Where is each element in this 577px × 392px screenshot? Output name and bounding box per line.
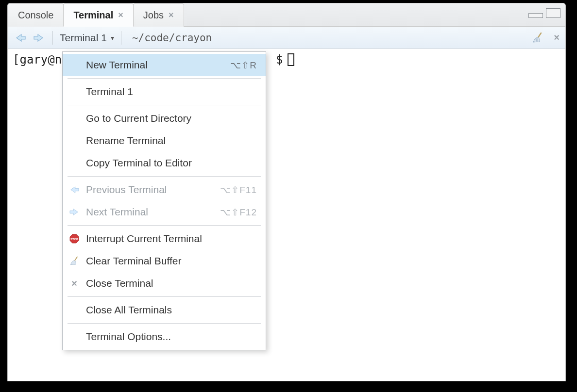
tab-console[interactable]: Console	[8, 3, 64, 27]
menu-label: Previous Terminal	[86, 184, 215, 196]
menu-separator	[68, 176, 261, 177]
menu-go-current-directory[interactable]: Go to Current Directory	[63, 107, 266, 130]
chevron-down-icon: ▾	[111, 34, 114, 42]
separator	[52, 31, 53, 45]
tab-terminal[interactable]: Terminal ×	[63, 3, 133, 27]
arrow-left-icon	[15, 33, 26, 43]
prompt-text: [gary@n	[13, 53, 62, 66]
broom-icon	[68, 256, 81, 266]
menu-previous-terminal: Previous Terminal ⌥⇧F11	[63, 179, 266, 201]
menu-shortcut: ⌥⇧F11	[220, 184, 257, 196]
menu-label: Close All Terminals	[86, 304, 257, 316]
close-icon[interactable]: ×	[118, 10, 123, 20]
menu-terminal-options[interactable]: Terminal Options...	[63, 326, 266, 348]
terminal-selector-label: Terminal 1	[60, 32, 107, 44]
menu-label: Terminal Options...	[86, 331, 257, 343]
prompt-dollar: $	[276, 53, 283, 66]
menu-separator	[68, 296, 261, 297]
terminal-dropdown-menu: New Terminal ⌥⇧R Terminal 1 Go to Curren…	[62, 51, 266, 350]
close-terminal-button[interactable]: ×	[554, 32, 560, 43]
menu-clear-buffer[interactable]: Clear Terminal Buffer	[63, 250, 266, 272]
tab-terminal-label: Terminal	[73, 10, 113, 21]
menu-shortcut: ⌥⇧F12	[220, 207, 257, 218]
window-buttons	[528, 8, 560, 18]
close-icon[interactable]: ×	[169, 10, 174, 20]
menu-interrupt-terminal[interactable]: STOP Interrupt Current Terminal	[63, 228, 266, 250]
cursor	[288, 53, 294, 66]
tab-console-label: Console	[18, 10, 53, 21]
arrow-left-icon	[68, 185, 81, 194]
menu-label: Terminal 1	[86, 86, 257, 98]
broom-icon	[531, 32, 544, 44]
working-directory: ~/code/crayon	[132, 32, 212, 44]
menu-next-terminal: Next Terminal ⌥⇧F12	[63, 201, 266, 223]
maximize-pane-button[interactable]	[546, 8, 560, 18]
menu-label: Clear Terminal Buffer	[86, 255, 257, 267]
menu-copy-to-editor[interactable]: Copy Terminal to Editor	[63, 152, 266, 174]
stop-icon: STOP	[68, 233, 81, 244]
menu-label: Rename Terminal	[86, 135, 257, 147]
svg-text:STOP: STOP	[70, 238, 78, 241]
menu-label: Copy Terminal to Editor	[86, 157, 257, 169]
menu-label: Close Terminal	[86, 278, 257, 289]
menu-separator	[68, 105, 261, 105]
arrow-right-icon	[33, 33, 45, 43]
menu-label: New Terminal	[86, 59, 225, 71]
terminal-selector[interactable]: Terminal 1 ▾	[60, 32, 114, 44]
tab-jobs-label: Jobs	[143, 10, 164, 21]
minimize-pane-button[interactable]	[528, 13, 543, 18]
tab-strip: Console Terminal × Jobs ×	[8, 3, 565, 27]
menu-separator	[68, 323, 261, 324]
nav-back-button[interactable]	[14, 32, 27, 44]
menu-separator	[68, 78, 261, 79]
separator	[121, 31, 121, 45]
menu-separator	[68, 225, 261, 226]
menu-label: Next Terminal	[86, 206, 215, 218]
arrow-right-icon	[68, 208, 81, 216]
nav-forward-button[interactable]	[32, 32, 46, 44]
menu-label: Interrupt Current Terminal	[86, 233, 257, 245]
menu-new-terminal[interactable]: New Terminal ⌥⇧R	[63, 54, 266, 76]
prompt-suffix: $	[276, 53, 294, 66]
menu-rename-terminal[interactable]: Rename Terminal	[63, 130, 266, 152]
menu-close-terminal[interactable]: × Close Terminal	[63, 272, 266, 294]
menu-terminal-1[interactable]: Terminal 1	[63, 81, 266, 103]
menu-label: Go to Current Directory	[86, 113, 257, 124]
close-icon: ×	[68, 278, 81, 289]
terminal-toolbar: Terminal 1 ▾ ~/code/crayon ×	[8, 27, 565, 49]
menu-shortcut: ⌥⇧R	[230, 60, 257, 71]
tab-jobs[interactable]: Jobs ×	[133, 3, 184, 27]
clear-terminal-button[interactable]	[531, 32, 544, 44]
menu-close-all-terminals[interactable]: Close All Terminals	[63, 299, 266, 321]
